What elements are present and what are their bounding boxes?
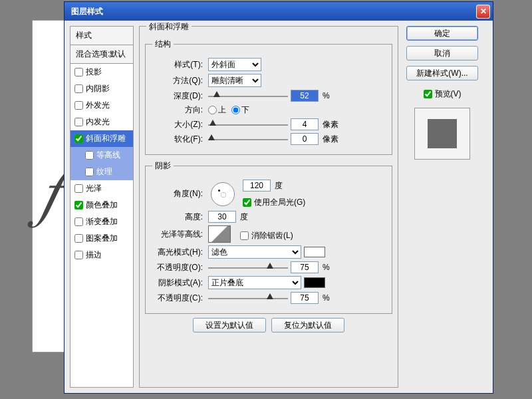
shading-legend: 阴影 (152, 160, 174, 172)
new-style-button[interactable]: 新建样式(W)... (406, 66, 478, 80)
angle-label: 角度(N): (152, 188, 205, 200)
bevel-emboss-panel: 斜面和浮雕 结构 样式(T): 外斜面 方法(Q): 雕刻清晰 深度(D): (139, 26, 398, 388)
highlight-opacity-input[interactable] (291, 261, 319, 273)
sidebar-item-drop-shadow[interactable]: 投影 (70, 64, 133, 80)
preview-checkbox[interactable]: 预览(V) (424, 88, 462, 100)
highlight-opacity-slider[interactable] (208, 262, 288, 273)
sidebar-item-inner-glow[interactable]: 内发光 (70, 114, 133, 130)
soften-label: 软化(F): (152, 134, 205, 145)
angle-input[interactable] (243, 180, 271, 192)
sidebar-item-outer-glow[interactable]: 外发光 (70, 97, 133, 114)
sidebar-item-contour[interactable]: 等高线 (70, 147, 133, 164)
direction-up[interactable]: 上 (208, 104, 226, 116)
size-input[interactable] (291, 118, 319, 130)
styles-header: 样式 (70, 27, 133, 45)
size-unit: 像素 (323, 119, 338, 130)
cancel-button[interactable]: 取消 (406, 46, 478, 61)
gloss-contour-picker[interactable] (208, 225, 231, 243)
structure-legend: 结构 (152, 39, 174, 50)
reset-default-button[interactable]: 复位为默认值 (271, 318, 344, 332)
altitude-input[interactable] (208, 211, 236, 223)
sidebar-item-stroke[interactable]: 描边 (70, 247, 133, 263)
size-label: 大小(Z): (152, 119, 205, 130)
sidebar-item-texture[interactable]: 纹理 (70, 164, 133, 180)
technique-select[interactable]: 雕刻清晰 (208, 74, 261, 87)
soften-input[interactable] (291, 133, 319, 145)
layer-style-dialog: 图层样式 ✕ 样式 混合选项:默认 投影 内阴影 外发光 内发光 斜面和浮雕 等… (64, 1, 493, 394)
altitude-label: 高度: (152, 211, 205, 223)
sidebar-item-pattern-overlay[interactable]: 图案叠加 (70, 230, 133, 247)
sidebar-item-bevel-emboss[interactable]: 斜面和浮雕 (70, 130, 133, 147)
window-title: 图层样式 (71, 6, 103, 17)
shadow-opacity-label: 不透明度(C): (152, 293, 205, 304)
highlight-mode-select[interactable]: 滤色 (208, 245, 301, 259)
sidebar-item-color-overlay[interactable]: 颜色叠加 (70, 197, 133, 213)
soften-slider[interactable] (208, 134, 288, 144)
ok-button[interactable]: 确定 (406, 26, 478, 41)
depth-unit: % (323, 91, 330, 100)
global-light-checkbox[interactable]: 使用全局光(G) (243, 197, 305, 208)
size-slider[interactable] (208, 119, 288, 130)
highlight-color-swatch[interactable] (304, 247, 325, 257)
set-default-button[interactable]: 设置为默认值 (193, 318, 266, 332)
shadow-color-swatch[interactable] (304, 277, 325, 288)
blend-options-header[interactable]: 混合选项:默认 (70, 45, 133, 64)
style-select[interactable]: 外斜面 (208, 58, 261, 71)
style-label: 样式(T): (152, 59, 205, 70)
preview-swatch (428, 119, 457, 148)
close-icon[interactable]: ✕ (476, 5, 490, 19)
technique-label: 方法(Q): (152, 75, 205, 86)
shadow-mode-label: 阴影模式(A): (152, 277, 205, 289)
antialias-checkbox[interactable]: 消除锯齿(L) (240, 230, 293, 241)
shadow-opacity-input[interactable] (291, 292, 319, 304)
direction-label: 方向: (152, 104, 205, 116)
preview-box (414, 108, 470, 160)
styles-list: 样式 混合选项:默认 投影 内阴影 外发光 内发光 斜面和浮雕 等高线 纹理 光… (70, 26, 134, 388)
depth-input[interactable] (291, 90, 319, 102)
highlight-opacity-label: 不透明度(O): (152, 262, 205, 273)
titlebar: 图层样式 ✕ (65, 2, 493, 21)
sidebar-item-inner-shadow[interactable]: 内阴影 (70, 80, 133, 97)
gloss-contour-label: 光泽等高线: (152, 229, 205, 240)
shadow-mode-select[interactable]: 正片叠底 (208, 276, 301, 289)
shadow-opacity-slider[interactable] (208, 293, 288, 303)
highlight-mode-label: 高光模式(H): (152, 247, 205, 258)
depth-slider[interactable] (208, 90, 288, 101)
structure-group: 结构 样式(T): 外斜面 方法(Q): 雕刻清晰 深度(D): % (145, 39, 392, 155)
sidebar-item-gradient-overlay[interactable]: 渐变叠加 (70, 213, 133, 230)
direction-down[interactable]: 下 (231, 104, 249, 116)
soften-unit: 像素 (323, 134, 338, 145)
sidebar-item-satin[interactable]: 光泽 (70, 180, 133, 197)
shading-group: 阴影 角度(N): 度 使用全局光(G) 高度: (145, 160, 392, 314)
depth-label: 深度(D): (152, 90, 205, 102)
panel-title: 斜面和浮雕 (146, 21, 192, 33)
angle-dial[interactable] (211, 182, 235, 206)
